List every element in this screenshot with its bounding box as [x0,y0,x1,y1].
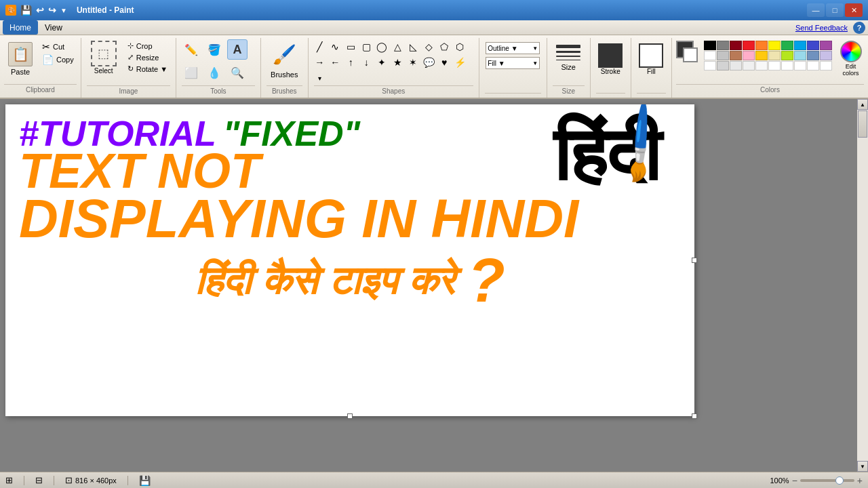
quick-save[interactable]: 💾 [20,5,32,16]
arrow-right-shape[interactable]: → [312,55,327,70]
eraser-tool[interactable]: ⬜ [181,62,201,83]
right-triangle-shape[interactable]: ◺ [406,39,420,54]
save-icon[interactable]: 💾 [139,475,151,486]
diamond-shape[interactable]: ◇ [421,39,436,54]
help-button[interactable]: ? [853,22,865,34]
fill-color-button[interactable]: Fill [636,42,666,77]
color-skyblue[interactable] [794,51,806,60]
color-w2[interactable] [717,61,729,70]
paint-canvas[interactable]: #TUTORIAL "FIXED" हिंदी 🖌️ TEXT NOT [5,104,694,416]
close-button[interactable]: ✕ [845,3,863,17]
canvas-handle-right[interactable] [692,258,697,263]
scroll-track[interactable] [857,110,868,461]
arrow-down-shape[interactable]: ↓ [359,55,374,70]
color-w1[interactable] [704,61,716,70]
color-white[interactable] [704,51,716,60]
star6-shape[interactable]: ✶ [406,55,420,70]
canvas-handle-bottom[interactable] [347,413,353,419]
quick-dropdown[interactable]: ▼ [60,7,67,14]
color-yellow[interactable] [768,41,781,50]
color-slate[interactable] [807,51,819,60]
maximize-button[interactable]: □ [826,3,844,17]
resize-button[interactable]: ⤢ Resize [125,52,170,62]
pencil-tool[interactable]: ✏️ [181,39,201,60]
lightning-shape[interactable]: ⚡ [452,55,467,70]
color-orange[interactable] [755,41,768,50]
color-w4[interactable] [743,61,755,70]
canvas-handle-corner[interactable] [692,413,697,419]
arrow-up-shape[interactable]: ↑ [343,55,358,70]
pentagon-shape[interactable]: ⬠ [437,39,452,54]
rotate-button[interactable]: ↻ Rotate ▼ [125,64,170,74]
size-button[interactable]: Size [552,39,585,74]
outline-dropdown[interactable]: Outline ▼ ▼ [486,42,540,54]
triangle-shape[interactable]: △ [390,39,405,54]
select-button[interactable]: ⬚ Select [87,39,121,76]
color-red[interactable] [743,41,755,50]
heart-shape[interactable]: ♥ [437,55,452,70]
color-w6[interactable] [768,61,781,70]
scroll-down-button[interactable]: ▼ [857,461,868,472]
color-pink[interactable] [743,51,755,60]
color-w7[interactable] [781,61,793,70]
round-rect-shape[interactable]: ▢ [359,39,374,54]
quick-redo[interactable]: ↪ [48,5,56,16]
color-cyan[interactable] [794,41,806,50]
copy-button[interactable]: 📄 Copy [39,54,77,66]
background-color[interactable] [683,47,698,62]
magnifier-tool[interactable]: 🔍 [227,62,248,83]
zoom-out-button[interactable]: − [792,475,797,486]
color-w10[interactable] [820,61,832,70]
brushes-button[interactable]: 🖌️ Brushes [269,39,299,79]
color-brown[interactable] [730,51,742,60]
ellipse-shape[interactable]: ◯ [374,39,389,54]
curve-shape[interactable]: ∿ [328,39,342,54]
color-w8[interactable] [794,61,806,70]
color-w9[interactable] [807,61,819,70]
menu-home[interactable]: Home [3,20,38,35]
color-lavender[interactable] [820,51,832,60]
zoom-in-button[interactable]: + [857,475,863,486]
outline-arrow: ▼ [532,45,538,52]
line-shape[interactable]: ╱ [312,39,327,54]
quick-undo[interactable]: ↩ [36,5,44,16]
paste-button[interactable]: 📋 Paste [4,41,37,77]
feedback-link[interactable]: Send Feedback [795,24,848,32]
color-gold[interactable] [755,51,768,60]
color-darkred[interactable] [730,41,742,50]
color-gray[interactable] [717,41,729,50]
minimize-button[interactable]: — [807,3,825,17]
edit-colors-button[interactable]: Edit colors [837,41,864,77]
color-picker-tool[interactable]: 💧 [204,62,224,83]
more-shapes[interactable]: ▾ [312,70,327,85]
arrow-left-shape[interactable]: ← [328,55,342,70]
color-cream[interactable] [768,51,781,60]
star4-shape[interactable]: ✦ [374,55,389,70]
color-purple[interactable] [820,41,832,50]
zoom-slider[interactable] [800,479,854,482]
color-black[interactable] [704,41,716,50]
menu-view[interactable]: View [38,20,69,35]
color-lightgray[interactable] [717,51,729,60]
color-lime[interactable] [781,51,793,60]
fill-tool[interactable]: 🪣 [204,39,224,60]
rect-shape[interactable]: ▭ [343,39,358,54]
cut-copy-buttons: ✂ Cut 📄 Copy [39,41,77,66]
stroke-button[interactable]: Stroke [595,42,625,77]
fill-dropdown[interactable]: Fill ▼ ▼ [486,57,540,69]
canvas-container[interactable]: #TUTORIAL "FIXED" हिंदी 🖌️ TEXT NOT [0,99,857,472]
color-w5[interactable] [755,61,768,70]
color-w3[interactable] [730,61,742,70]
zoom-thumb[interactable] [835,476,844,485]
callout-shape[interactable]: 💬 [421,55,436,70]
app-icon: 🎨 [5,5,16,16]
star5-shape[interactable]: ★ [390,55,405,70]
text-tool[interactable]: A [227,39,248,60]
color-green[interactable] [781,41,793,50]
scroll-thumb[interactable] [858,110,867,138]
hexagon-shape[interactable]: ⬡ [452,39,467,54]
color-blue[interactable] [807,41,819,50]
crop-button[interactable]: ⊹ Crop [125,41,170,51]
cut-button[interactable]: ✂ Cut [39,41,77,53]
scroll-up-button[interactable]: ▲ [857,99,868,110]
